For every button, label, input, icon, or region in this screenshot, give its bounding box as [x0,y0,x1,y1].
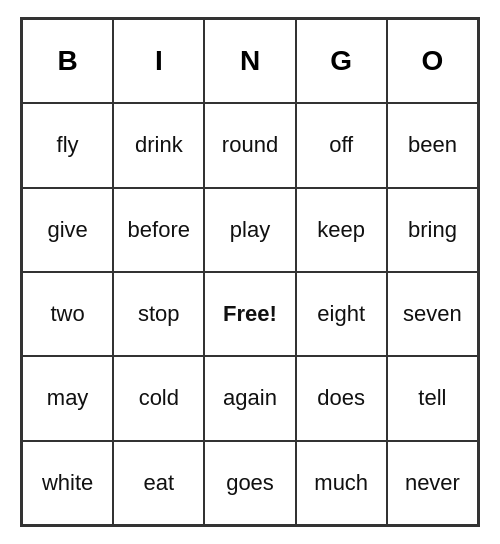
cell-4-3: again [204,356,295,440]
cell-5-5: never [387,441,478,525]
cell-2-2: before [113,188,204,272]
row-1: fly drink round off been [22,103,478,187]
header-n: N [204,19,295,103]
row-2: give before play keep bring [22,188,478,272]
cell-2-4: keep [296,188,387,272]
cell-5-1: white [22,441,113,525]
cell-5-3: goes [204,441,295,525]
cell-1-5: been [387,103,478,187]
bingo-card: B I N G O fly drink round off been give … [20,17,480,527]
cell-4-4: does [296,356,387,440]
cell-3-4: eight [296,272,387,356]
cell-4-5: tell [387,356,478,440]
cell-1-2: drink [113,103,204,187]
cell-3-1: two [22,272,113,356]
cell-5-4: much [296,441,387,525]
header-g: G [296,19,387,103]
cell-1-4: off [296,103,387,187]
header-row: B I N G O [22,19,478,103]
cell-3-2: stop [113,272,204,356]
cell-5-2: eat [113,441,204,525]
cell-2-5: bring [387,188,478,272]
cell-4-1: may [22,356,113,440]
cell-2-3: play [204,188,295,272]
row-3: two stop Free! eight seven [22,272,478,356]
row-5: white eat goes much never [22,441,478,525]
header-i: I [113,19,204,103]
cell-3-free: Free! [204,272,295,356]
cell-1-3: round [204,103,295,187]
cell-2-1: give [22,188,113,272]
header-o: O [387,19,478,103]
row-4: may cold again does tell [22,356,478,440]
header-b: B [22,19,113,103]
cell-3-5: seven [387,272,478,356]
cell-4-2: cold [113,356,204,440]
cell-1-1: fly [22,103,113,187]
